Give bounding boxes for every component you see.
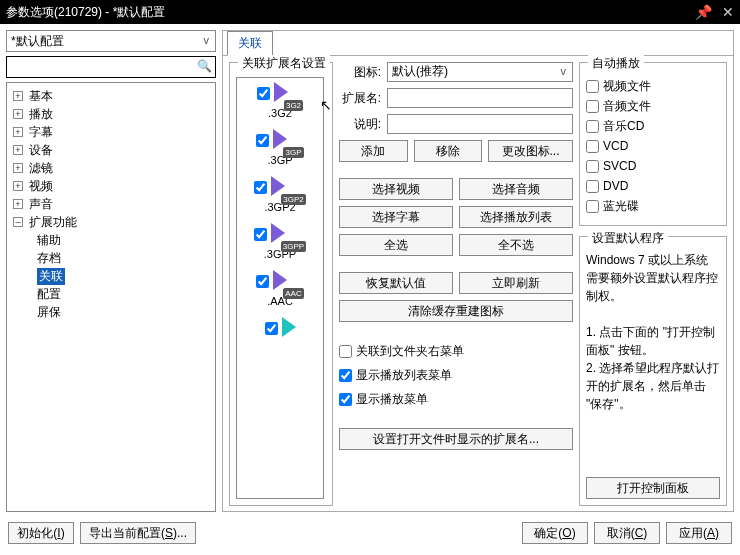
expand-icon[interactable]: + xyxy=(13,109,23,119)
playlist-menu-check[interactable] xyxy=(339,369,352,382)
ext-checkbox[interactable] xyxy=(256,134,269,147)
apply-button[interactable]: 应用(A) xyxy=(666,522,732,544)
clear-cache-button[interactable]: 清除缓存重建图标 xyxy=(339,300,573,322)
autoplay-item[interactable]: 音频文件 xyxy=(586,97,720,115)
select-playlist-button[interactable]: 选择播放列表 xyxy=(459,206,573,228)
autoplay-checkbox[interactable] xyxy=(586,100,599,113)
window-title: 参数选项(210729) - *默认配置 xyxy=(6,0,165,24)
tree-item[interactable]: +基本 xyxy=(7,87,215,105)
category-tree[interactable]: +基本+播放+字幕+设备+滤镜+视频+声音–扩展功能辅助存档关联配置屏保 xyxy=(6,82,216,512)
tree-item[interactable]: 屏保 xyxy=(7,303,215,321)
icon-select[interactable]: 默认(推荐) xyxy=(387,62,573,82)
ext-badge: 3GPP xyxy=(281,241,306,252)
expand-icon[interactable]: + xyxy=(13,181,23,191)
tab-association[interactable]: 关联 xyxy=(227,31,273,56)
ext-checkbox[interactable] xyxy=(265,322,278,335)
tree-item-label: 屏保 xyxy=(37,304,61,321)
export-button[interactable]: 导出当前配置(S)... xyxy=(80,522,196,544)
autoplay-item[interactable]: SVCD xyxy=(586,157,720,175)
autoplay-label: 视频文件 xyxy=(603,78,651,95)
open-ext-dialog-button[interactable]: 设置打开文件时显示的扩展名... xyxy=(339,428,573,450)
tree-item[interactable]: –扩展功能 xyxy=(7,213,215,231)
play-menu-check-row[interactable]: 显示播放菜单 xyxy=(339,390,573,408)
playlist-menu-check-row[interactable]: 显示播放列表菜单 xyxy=(339,366,573,384)
autoplay-checkbox[interactable] xyxy=(586,140,599,153)
select-subtitle-button[interactable]: 选择字幕 xyxy=(339,206,453,228)
folder-menu-check-row[interactable]: 关联到文件夹右菜单 xyxy=(339,342,573,360)
ext-entry[interactable] xyxy=(239,317,321,340)
default-program-group: 设置默认程序 Windows 7 或以上系统需要额外设置默认程序控制权。 1. … xyxy=(579,236,727,506)
expand-icon[interactable]: – xyxy=(13,217,23,227)
ext-checkbox[interactable] xyxy=(254,181,267,194)
autoplay-item[interactable]: DVD xyxy=(586,177,720,195)
search-icon[interactable]: 🔍 xyxy=(196,59,212,73)
ext-entry[interactable]: 3GPP.3GPP xyxy=(239,223,321,260)
ext-checkbox[interactable] xyxy=(254,228,267,241)
ext-badge: 3GP2 xyxy=(281,194,305,205)
search-input[interactable] xyxy=(7,57,193,77)
autoplay-label: 蓝光碟 xyxy=(603,198,639,215)
change-icon-button[interactable]: 更改图标... xyxy=(488,140,573,162)
ext-entry[interactable]: AAC.AAC xyxy=(239,270,321,307)
tree-item[interactable]: +字幕 xyxy=(7,123,215,141)
select-none-button[interactable]: 全不选 xyxy=(459,234,573,256)
autoplay-item[interactable]: 蓝光碟 xyxy=(586,197,720,215)
expand-icon[interactable]: + xyxy=(13,91,23,101)
remove-button[interactable]: 移除 xyxy=(414,140,483,162)
tree-item-label: 视频 xyxy=(29,178,53,195)
tree-item[interactable]: +声音 xyxy=(7,195,215,213)
autoplay-checkbox[interactable] xyxy=(586,180,599,193)
close-icon[interactable]: ✕ xyxy=(722,0,734,24)
ext-entry[interactable]: 3GP.3GP xyxy=(239,129,321,166)
tree-item[interactable]: +滤镜 xyxy=(7,159,215,177)
ext-entry[interactable]: 3GP2.3GP2 xyxy=(239,176,321,213)
extension-list-title: 关联扩展名设置 xyxy=(238,55,330,72)
tree-item-label: 配置 xyxy=(37,286,61,303)
profile-select-value: *默认配置 xyxy=(11,34,64,48)
tree-item[interactable]: 配置 xyxy=(7,285,215,303)
cancel-button[interactable]: 取消(C) xyxy=(594,522,660,544)
autoplay-group: 自动播放 视频文件音频文件音乐CDVCDSVCDDVD蓝光碟 xyxy=(579,62,727,226)
ext-checkbox[interactable] xyxy=(256,275,269,288)
restore-defaults-button[interactable]: 恢复默认值 xyxy=(339,272,453,294)
ext-input[interactable] xyxy=(387,88,573,108)
autoplay-checkbox[interactable] xyxy=(586,200,599,213)
tree-item-label: 存档 xyxy=(37,250,61,267)
expand-icon[interactable]: + xyxy=(13,163,23,173)
autoplay-checkbox[interactable] xyxy=(586,80,599,93)
tree-item[interactable]: 关联 xyxy=(7,267,215,285)
select-audio-button[interactable]: 选择音频 xyxy=(459,178,573,200)
init-button[interactable]: 初始化(I) xyxy=(8,522,74,544)
desc-input[interactable] xyxy=(387,114,573,134)
autoplay-item[interactable]: 视频文件 xyxy=(586,77,720,95)
ext-checkbox[interactable] xyxy=(257,87,270,100)
tree-item[interactable]: +视频 xyxy=(7,177,215,195)
tree-item[interactable]: +设备 xyxy=(7,141,215,159)
open-control-panel-button[interactable]: 打开控制面板 xyxy=(586,477,720,499)
autoplay-item[interactable]: 音乐CD xyxy=(586,117,720,135)
tree-item[interactable]: +播放 xyxy=(7,105,215,123)
title-bar: 参数选项(210729) - *默认配置 📌 ✕ xyxy=(0,0,740,24)
add-button[interactable]: 添加 xyxy=(339,140,408,162)
pin-icon[interactable]: 📌 xyxy=(695,0,712,24)
play-menu-check[interactable] xyxy=(339,393,352,406)
autoplay-checkbox[interactable] xyxy=(586,120,599,133)
autoplay-item[interactable]: VCD xyxy=(586,137,720,155)
profile-select[interactable]: *默认配置 xyxy=(6,30,216,52)
tree-item[interactable]: 存档 xyxy=(7,249,215,267)
tab-strip: 关联 xyxy=(223,31,733,55)
ok-button[interactable]: 确定(O) xyxy=(522,522,588,544)
expand-icon[interactable]: + xyxy=(13,145,23,155)
select-all-button[interactable]: 全选 xyxy=(339,234,453,256)
expand-icon[interactable]: + xyxy=(13,199,23,209)
ext-entry[interactable]: 3G2.3G2 xyxy=(239,82,321,119)
tree-item[interactable]: 辅助 xyxy=(7,231,215,249)
autoplay-checkbox[interactable] xyxy=(586,160,599,173)
folder-menu-label: 关联到文件夹右菜单 xyxy=(356,343,464,360)
refresh-button[interactable]: 立即刷新 xyxy=(459,272,573,294)
folder-menu-check[interactable] xyxy=(339,345,352,358)
expand-icon[interactable]: + xyxy=(13,127,23,137)
window-controls: 📌 ✕ xyxy=(695,0,734,24)
select-video-button[interactable]: 选择视频 xyxy=(339,178,453,200)
extension-list[interactable]: 3G2.3G23GP.3GP3GP2.3GP23GPP.3GPPAAC.AAC xyxy=(236,77,324,499)
